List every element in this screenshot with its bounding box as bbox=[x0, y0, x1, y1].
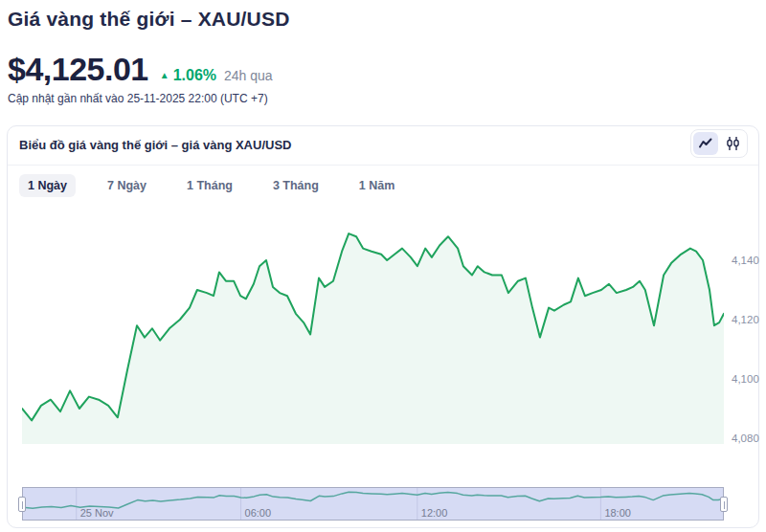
price-area-fill bbox=[22, 233, 724, 444]
nav-tick-label: 12:00 bbox=[421, 507, 448, 519]
chart-card-title: Biểu đồ giá vàng thế giới – giá vàng XAU… bbox=[19, 138, 291, 152]
change-percent: 1.06% bbox=[173, 67, 216, 84]
nav-tick-label: 25 Nov bbox=[80, 507, 114, 519]
navigator-series bbox=[23, 492, 723, 508]
chart-type-toggle bbox=[690, 129, 748, 158]
change-period: 24h qua bbox=[224, 68, 273, 83]
line-chart-icon bbox=[698, 137, 713, 150]
main-chart[interactable] bbox=[22, 226, 724, 444]
nav-handle-right[interactable] bbox=[720, 497, 728, 512]
gold-price-page: Giá vàng thế giới – XAU/USD $4,125.01 ▲ … bbox=[0, 0, 766, 532]
nav-handle-left[interactable] bbox=[18, 497, 26, 512]
y-tick-label: 4,140 bbox=[732, 255, 759, 266]
tab-range-7-days[interactable]: 7 Ngày bbox=[99, 174, 155, 197]
candlestick-icon bbox=[726, 136, 740, 151]
up-arrow-icon: ▲ bbox=[160, 70, 169, 80]
tab-range-1-month[interactable]: 1 Tháng bbox=[178, 174, 241, 197]
page-title: Giá vàng thế giới – XAU/USD bbox=[8, 8, 290, 31]
nav-tick-label: 06:00 bbox=[245, 507, 272, 519]
current-price: $4,125.01 bbox=[8, 51, 148, 88]
y-tick-label: 4,080 bbox=[732, 432, 759, 444]
chart-card: Biểu đồ giá vàng thế giới – giá vàng XAU… bbox=[7, 125, 759, 528]
line-chart-button[interactable] bbox=[693, 132, 718, 155]
range-tabs: 1 Ngày 7 Ngày 1 Tháng 3 Tháng 1 Năm bbox=[19, 174, 403, 197]
y-tick-label: 4,100 bbox=[732, 373, 759, 385]
tab-range-1-year[interactable]: 1 Năm bbox=[350, 174, 404, 197]
tab-range-1-day[interactable]: 1 Ngày bbox=[19, 174, 76, 197]
tab-range-3-months[interactable]: 3 Tháng bbox=[264, 174, 327, 197]
nav-tick-label: 18:00 bbox=[604, 507, 631, 519]
last-updated: Cập nhật gần nhất vào 25-11-2025 22:00 (… bbox=[8, 92, 268, 105]
card-divider bbox=[8, 165, 758, 166]
navigator-gridlines bbox=[77, 488, 601, 520]
y-axis-labels: 4,140 4,120 4,100 4,080 bbox=[732, 226, 766, 444]
navigator[interactable]: 25 Nov 06:00 12:00 18:00 bbox=[22, 487, 724, 521]
y-tick-label: 4,120 bbox=[732, 314, 759, 325]
price-change-badge: ▲ 1.06% bbox=[160, 67, 216, 84]
price-row: $4,125.01 ▲ 1.06% 24h qua bbox=[8, 51, 273, 88]
candlestick-button[interactable] bbox=[720, 132, 745, 155]
